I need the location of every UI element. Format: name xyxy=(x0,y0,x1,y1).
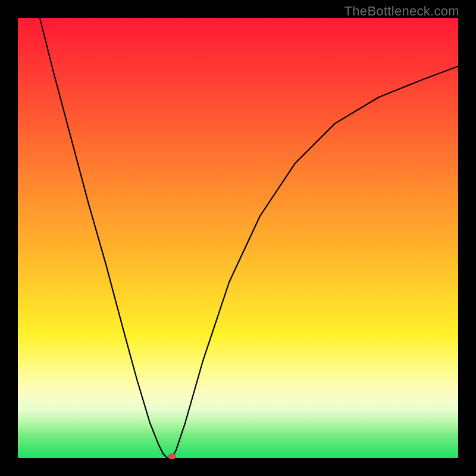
chart-frame: TheBottleneck.com xyxy=(0,0,476,476)
bottleneck-curve xyxy=(18,18,458,458)
optimal-point-marker xyxy=(168,453,176,459)
plot-area xyxy=(18,18,458,458)
curve-path xyxy=(40,18,458,458)
watermark-text: TheBottleneck.com xyxy=(345,4,459,19)
